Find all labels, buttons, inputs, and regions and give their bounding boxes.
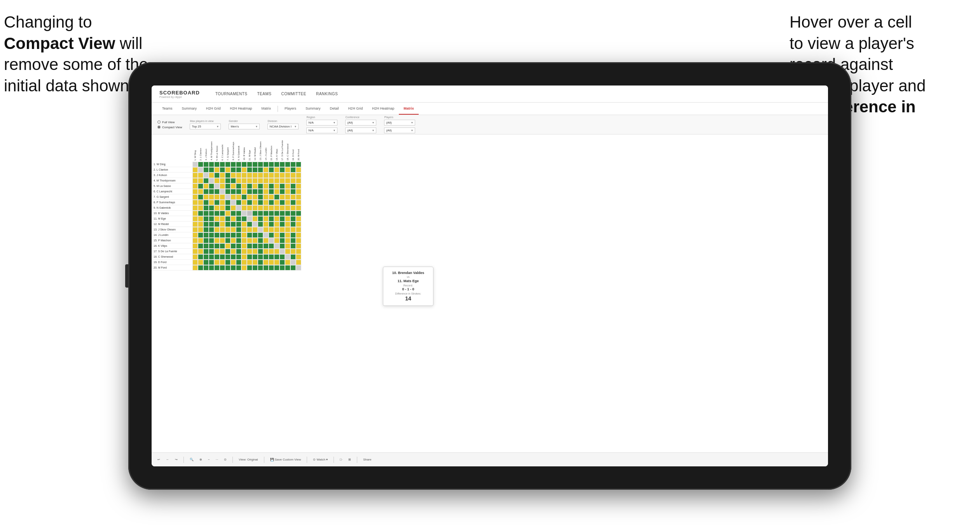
cell-16-5[interactable] xyxy=(220,249,225,254)
cell-15-15[interactable] xyxy=(274,243,280,249)
cell-14-11[interactable] xyxy=(252,238,258,243)
cell-11-16[interactable] xyxy=(280,222,285,227)
cell-15-19[interactable] xyxy=(296,243,301,249)
cell-5-19[interactable] xyxy=(296,189,301,194)
cell-5-15[interactable] xyxy=(274,189,280,194)
cell-18-10[interactable] xyxy=(247,260,252,265)
cell-16-2[interactable] xyxy=(203,249,209,254)
cell-8-14[interactable] xyxy=(269,205,274,211)
conference-select-2[interactable]: (All) ▼ xyxy=(345,127,376,133)
cell-1-6[interactable] xyxy=(225,167,231,173)
cell-18-4[interactable] xyxy=(214,260,220,265)
cell-19-15[interactable] xyxy=(274,265,280,270)
cell-4-18[interactable] xyxy=(290,183,296,189)
cell-4-0[interactable] xyxy=(192,183,198,189)
cell-5-8[interactable] xyxy=(236,189,241,194)
cell-0-14[interactable] xyxy=(269,162,274,167)
cell-1-18[interactable] xyxy=(290,167,296,173)
cell-3-14[interactable] xyxy=(269,178,274,183)
cell-0-5[interactable] xyxy=(220,162,225,167)
cell-2-1[interactable] xyxy=(198,173,203,178)
cell-12-4[interactable] xyxy=(214,227,220,232)
full-view-option[interactable]: Full View xyxy=(157,120,182,124)
cell-16-0[interactable] xyxy=(192,249,198,254)
cell-8-6[interactable] xyxy=(225,205,231,211)
cell-5-17[interactable] xyxy=(285,189,290,194)
cell-10-19[interactable] xyxy=(296,216,301,222)
cell-10-5[interactable] xyxy=(220,216,225,222)
tab-h2h-grid-1[interactable]: H2H Grid xyxy=(201,103,225,115)
cell-5-16[interactable] xyxy=(280,189,285,194)
cell-7-2[interactable] xyxy=(203,200,209,205)
cell-17-3[interactable] xyxy=(209,254,214,260)
cell-18-18[interactable] xyxy=(290,260,296,265)
cell-9-1[interactable] xyxy=(198,211,203,216)
cell-12-10[interactable] xyxy=(247,227,252,232)
cell-4-2[interactable] xyxy=(203,183,209,189)
toolbar-square[interactable]: □· xyxy=(340,458,342,461)
cell-14-4[interactable] xyxy=(214,238,220,243)
cell-11-11[interactable] xyxy=(252,222,258,227)
cell-3-5[interactable] xyxy=(220,178,225,183)
toolbar-watch[interactable]: ⊙ Watch ▾ xyxy=(313,458,328,461)
cell-0-11[interactable] xyxy=(252,162,258,167)
cell-17-16[interactable] xyxy=(280,254,285,260)
cell-18-6[interactable] xyxy=(225,260,231,265)
cell-13-10[interactable] xyxy=(247,232,252,238)
cell-4-17[interactable] xyxy=(285,183,290,189)
cell-10-14[interactable] xyxy=(269,216,274,222)
cell-1-8[interactable] xyxy=(236,167,241,173)
cell-6-11[interactable] xyxy=(252,194,258,200)
cell-9-0[interactable] xyxy=(192,211,198,216)
cell-4-13[interactable] xyxy=(263,183,269,189)
cell-14-9[interactable] xyxy=(241,238,247,243)
cell-15-11[interactable] xyxy=(252,243,258,249)
cell-16-4[interactable] xyxy=(214,249,220,254)
cell-2-18[interactable] xyxy=(290,173,296,178)
cell-9-5[interactable] xyxy=(220,211,225,216)
cell-8-12[interactable] xyxy=(258,205,263,211)
cell-9-3[interactable] xyxy=(209,211,214,216)
cell-15-8[interactable] xyxy=(236,243,241,249)
cell-11-1[interactable] xyxy=(198,222,203,227)
cell-16-11[interactable] xyxy=(252,249,258,254)
cell-13-0[interactable] xyxy=(192,232,198,238)
cell-14-19[interactable] xyxy=(296,238,301,243)
cell-4-3[interactable] xyxy=(209,183,214,189)
cell-2-7[interactable] xyxy=(231,173,236,178)
cell-2-2[interactable] xyxy=(203,173,209,178)
cell-6-6[interactable] xyxy=(225,194,231,200)
cell-12-17[interactable] xyxy=(285,227,290,232)
toolbar-dots[interactable]: ··· xyxy=(216,458,218,461)
cell-0-18[interactable] xyxy=(290,162,296,167)
cell-17-5[interactable] xyxy=(220,254,225,260)
cell-5-2[interactable] xyxy=(203,189,209,194)
cell-13-4[interactable] xyxy=(214,232,220,238)
cell-5-12[interactable] xyxy=(258,189,263,194)
cell-16-13[interactable] xyxy=(263,249,269,254)
cell-12-7[interactable] xyxy=(231,227,236,232)
cell-19-9[interactable] xyxy=(241,265,247,270)
cell-4-4[interactable] xyxy=(214,183,220,189)
cell-0-16[interactable] xyxy=(280,162,285,167)
cell-9-6[interactable] xyxy=(225,211,231,216)
cell-9-2[interactable] xyxy=(203,211,209,216)
cell-9-19[interactable] xyxy=(296,211,301,216)
cell-16-3[interactable] xyxy=(209,249,214,254)
cell-7-11[interactable] xyxy=(252,200,258,205)
toolbar-redo[interactable]: ↪ xyxy=(175,458,178,461)
cell-11-3[interactable] xyxy=(209,222,214,227)
cell-18-8[interactable] xyxy=(236,260,241,265)
cell-17-17[interactable] xyxy=(285,254,290,260)
cell-13-2[interactable] xyxy=(203,232,209,238)
toolbar-search[interactable]: 🔍 xyxy=(190,458,194,461)
cell-7-12[interactable] xyxy=(258,200,263,205)
cell-3-6[interactable] xyxy=(225,178,231,183)
cell-8-0[interactable] xyxy=(192,205,198,211)
cell-7-1[interactable] xyxy=(198,200,203,205)
nav-committee[interactable]: COMMITTEE xyxy=(281,92,306,96)
cell-11-18[interactable] xyxy=(290,222,296,227)
cell-17-10[interactable] xyxy=(247,254,252,260)
cell-16-16[interactable] xyxy=(280,249,285,254)
cell-18-2[interactable] xyxy=(203,260,209,265)
